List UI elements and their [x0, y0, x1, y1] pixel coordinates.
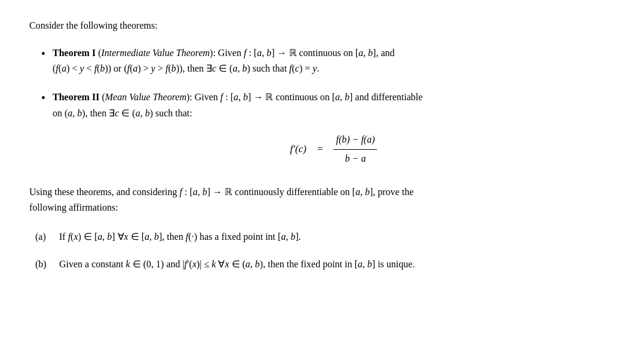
affirmation-b: (b) Given a constant k ∈ (0, 1) and |f′(…	[35, 257, 615, 272]
fraction-denominator: b − a	[343, 150, 369, 166]
fraction-numerator: f(b) − f(a)	[333, 132, 377, 149]
using-text: Using these theorems, and considering f …	[29, 184, 615, 216]
theorem-2-roman: Theorem II	[53, 92, 99, 102]
theorem-1-label: Theorem I (Intermediate Value Theorem): …	[53, 48, 394, 58]
formula-eq: =	[317, 141, 323, 158]
bullet-1: •	[41, 44, 45, 63]
fraction: f(b) − f(a) b − a	[333, 132, 377, 166]
bullet-2: •	[41, 88, 45, 107]
theorem-2-text: Theorem II (Mean Value Theorem): Given f…	[53, 89, 615, 171]
intro-text: Consider the following theorems:	[29, 18, 615, 33]
theorem-1-roman: Theorem I	[53, 48, 96, 58]
theorem-1-text: Theorem I (Intermediate Value Theorem): …	[53, 45, 615, 77]
main-content: Consider the following theorems: • Theor…	[29, 18, 615, 273]
theorem-1-condition: (f(a) < y < f(b)) or (f(a) > y > f(b)), …	[53, 63, 319, 73]
affirmation-b-text: Given a constant k ∈ (0, 1) and |f′(x)| …	[59, 257, 615, 272]
formula-lhs: f′(c)	[290, 141, 306, 158]
affirmation-a: (a) If f(x) ∈ [a, b] ∀x ∈ [a, b], then f…	[35, 229, 615, 245]
theorem-1-item: • Theorem I (Intermediate Value Theorem)…	[41, 45, 615, 77]
theorem-2-condition: on (a, b), then ∃c ∈ (a, b) such that:	[53, 108, 192, 118]
theorem-2-label: Theorem II (Mean Value Theorem): Given f…	[53, 92, 422, 102]
theorem-1-name: Intermediate Value Theorem	[101, 48, 210, 58]
affirmations-list: (a) If f(x) ∈ [a, b] ∀x ∈ [a, b], then f…	[35, 229, 615, 273]
theorem-2-name: Mean Value Theorem	[105, 92, 186, 102]
theorem-1-f: f	[244, 48, 246, 58]
affirmation-a-label: (a)	[35, 229, 59, 245]
affirmation-b-label: (b)	[35, 257, 59, 272]
theorem-2-item: • Theorem II (Mean Value Theorem): Given…	[41, 89, 615, 171]
affirmation-a-text: If f(x) ∈ [a, b] ∀x ∈ [a, b], then f(·) …	[59, 229, 615, 245]
mvt-formula: f′(c) = f(b) − f(a) b − a	[53, 132, 615, 166]
theorem-list: • Theorem I (Intermediate Value Theorem)…	[41, 45, 615, 171]
